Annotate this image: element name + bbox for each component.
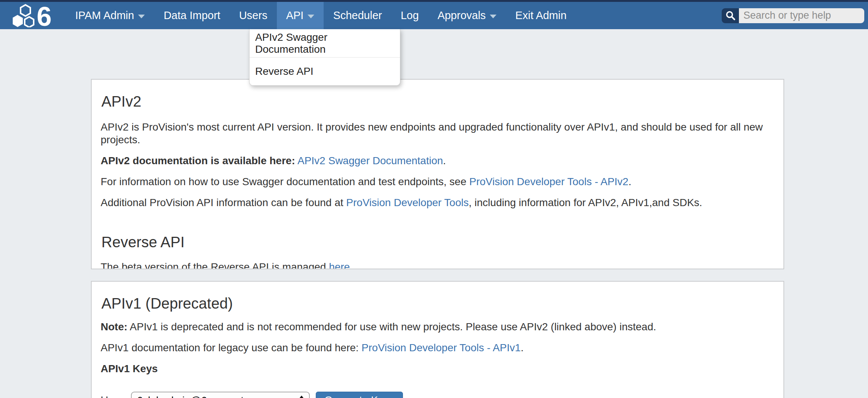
- nav-item-log[interactable]: Log: [391, 2, 428, 29]
- dropdown-item-reverse-api[interactable]: Reverse API: [250, 57, 400, 85]
- dropdown-item-apiv2-swagger[interactable]: APIv2 Swagger Documentation: [250, 29, 400, 57]
- nav-menu: IPAM Admin Data Import Users API Schedul…: [66, 2, 576, 29]
- nav-item-api[interactable]: API: [277, 2, 324, 29]
- apiv1-title: APIv1 (Deprecated): [101, 295, 772, 312]
- swagger-info-line: For information on how to use Swagger do…: [101, 175, 772, 188]
- nav-item-ipam-admin[interactable]: IPAM Admin: [66, 2, 154, 29]
- swagger-info-text: For information on how to use Swagger do…: [101, 176, 469, 187]
- nav-item-label: Exit Admin: [515, 9, 566, 22]
- apiv2-swagger-doc-link[interactable]: APIv2 Swagger Documentation: [297, 155, 443, 166]
- search-area: [722, 2, 868, 29]
- apiv2-title: APIv2: [101, 93, 772, 110]
- additional-info-tail: , including information for APIv2, APIv1…: [469, 197, 702, 208]
- additional-info-text: Additional ProVision API information can…: [101, 197, 346, 208]
- search-button[interactable]: [722, 8, 739, 23]
- apiv2-description-text: APIv2 is ProVision's most current API ve…: [101, 121, 763, 146]
- apiv2-card: APIv2 APIv2 is ProVision's most current …: [91, 79, 784, 269]
- user-select-wrap: 6clabadmin@6connect.com: [131, 392, 310, 398]
- additional-info-line: Additional ProVision API information can…: [101, 196, 772, 209]
- period: .: [629, 176, 632, 187]
- nav-item-label: API: [286, 9, 304, 22]
- api-dropdown-menu: APIv2 Swagger Documentation Reverse API: [249, 29, 400, 86]
- search-icon: [725, 10, 736, 21]
- nav-item-label: Log: [401, 9, 419, 22]
- nav-item-label: Users: [239, 9, 268, 22]
- nav-item-data-import[interactable]: Data Import: [154, 2, 230, 29]
- search-input[interactable]: [739, 8, 864, 23]
- reverse-api-line: The beta version of the Reverse API is m…: [101, 261, 772, 269]
- reverse-api-here-link[interactable]: here: [329, 261, 350, 269]
- admin-navbar: 6 IPAM Admin Data Import Users API Sched…: [0, 2, 868, 29]
- user-label: User:: [101, 394, 126, 398]
- period: .: [350, 261, 353, 269]
- apiv1-keys-heading: APIv1 Keys: [101, 362, 772, 375]
- nav-item-scheduler[interactable]: Scheduler: [324, 2, 391, 29]
- nav-item-label: Approvals: [437, 9, 486, 22]
- 6connect-logo[interactable]: 6: [0, 2, 66, 29]
- apiv1-note-line: Note: APIv1 is deprecated and is not rec…: [101, 321, 772, 333]
- chevron-down-icon: [490, 15, 496, 18]
- nav-item-label: Scheduler: [333, 9, 382, 22]
- chevron-down-icon: [138, 15, 145, 18]
- apiv2-description: APIv2 is ProVision's most current API ve…: [101, 121, 772, 146]
- nav-item-approvals[interactable]: Approvals: [428, 2, 506, 29]
- period: .: [521, 342, 524, 353]
- reverse-api-title: Reverse API: [101, 234, 772, 250]
- nav-spacer: [576, 2, 722, 29]
- developer-tools-apiv1-link[interactable]: ProVision Developer Tools - APIv1: [361, 342, 520, 353]
- developer-tools-link[interactable]: ProVision Developer Tools: [346, 197, 468, 208]
- note-bold: Note:: [101, 321, 128, 333]
- nav-item-label: Data Import: [163, 9, 220, 22]
- nav-item-label: IPAM Admin: [75, 9, 134, 22]
- apiv2-docs-line: APIv2 documentation is available here: A…: [101, 154, 772, 167]
- note-text: APIv1 is deprecated and is not recommend…: [128, 321, 656, 333]
- nav-item-users[interactable]: Users: [230, 2, 277, 29]
- generate-keys-button[interactable]: Generate Keys: [316, 392, 403, 398]
- apiv1-docs-line: APIv1 documentation for legacy use can b…: [101, 342, 772, 354]
- 6connect-hex-logo-icon: 6: [13, 4, 55, 27]
- chevron-down-icon: [308, 15, 314, 18]
- user-select[interactable]: 6clabadmin@6connect.com: [131, 392, 310, 398]
- period: .: [443, 155, 446, 166]
- apiv1-docs-text: APIv1 documentation for legacy use can b…: [101, 342, 361, 353]
- reverse-api-text: The beta version of the Reverse API is m…: [101, 261, 329, 269]
- search-box: [722, 8, 864, 23]
- user-key-generation-row: User: 6clabadmin@6connect.com Generate K…: [101, 392, 772, 398]
- apiv2-docs-bold: APIv2 documentation is available here:: [101, 155, 295, 166]
- nav-item-exit-admin[interactable]: Exit Admin: [506, 2, 576, 29]
- developer-tools-apiv2-link[interactable]: ProVision Developer Tools - APIv2: [469, 176, 628, 187]
- svg-text:6: 6: [37, 4, 52, 27]
- apiv1-card: APIv1 (Deprecated) Note: APIv1 is deprec…: [91, 281, 784, 398]
